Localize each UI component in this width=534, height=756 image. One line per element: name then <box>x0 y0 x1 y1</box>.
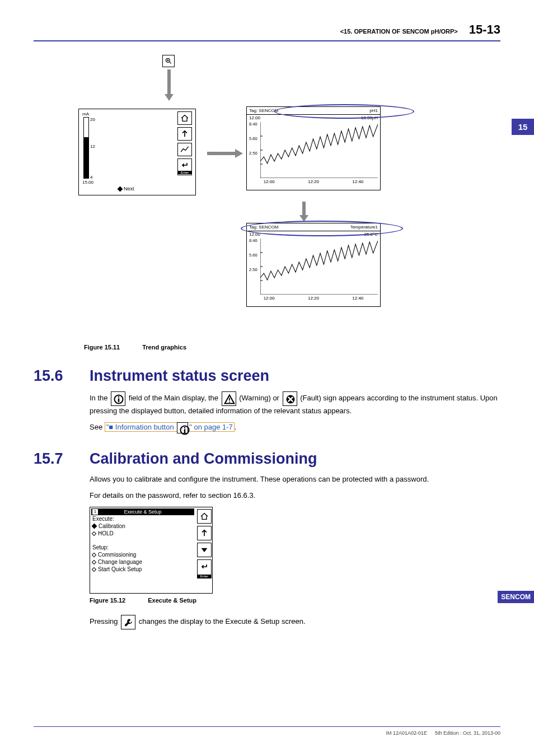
enter-label: Enter <box>198 575 211 578</box>
trend-button[interactable] <box>177 143 192 156</box>
exec-quick-setup[interactable]: Start Quick Setup <box>91 566 194 573</box>
up-button[interactable] <box>197 526 212 540</box>
home-button[interactable] <box>197 509 212 524</box>
exec-header: 1Execute & Setup <box>91 508 194 515</box>
gauge-screen: mA 20 12 4 15.00 Next Enter <box>78 109 196 195</box>
figure-15-11: mA 20 12 4 15.00 Next Enter <box>34 50 500 336</box>
enter-button[interactable]: Enter <box>197 559 212 578</box>
up-button[interactable] <box>177 127 192 141</box>
section-heading-15-6: 15.6Instrument status screen <box>34 367 500 385</box>
svg-marker-5 <box>165 94 174 101</box>
page-number: 15-13 <box>469 22 500 37</box>
exec-change-language[interactable]: Change language <box>91 558 194 566</box>
footer-edition: 5th Edition : Oct. 31, 2013-00 <box>435 730 500 736</box>
side-tab-chapter: 15 <box>512 119 534 135</box>
page-header: <15. OPERATION OF SENCOM pH/ORP> 15-13 <box>34 22 500 41</box>
gauge-next[interactable]: Next <box>118 186 134 192</box>
wrench-icon <box>121 615 135 629</box>
svg-line-1 <box>169 62 171 64</box>
svg-point-21 <box>118 396 120 398</box>
figure-caption-15-11: Figure 15.11Trend graphics <box>84 344 500 351</box>
svg-rect-23 <box>229 398 230 401</box>
gauge-tick-20: 20 <box>90 117 95 122</box>
exec-hold[interactable]: HOLD <box>91 530 194 537</box>
section-15-6-para2: See "■ Information button " on page 1-7. <box>90 422 500 433</box>
page-footer: IM 12A01A02-01E 5th Edition : Oct. 31, 2… <box>34 726 500 736</box>
svg-marker-7 <box>235 149 243 158</box>
trend-ylabels: 8.40 5.60 2.50 <box>249 117 257 161</box>
trend-type: Temperature1 <box>350 225 378 230</box>
side-tab-sencom: SENCOM <box>498 591 534 603</box>
svg-point-29 <box>184 427 186 428</box>
svg-rect-24 <box>229 402 230 403</box>
chapter-title: <15. OPERATION OF SENCOM pH/ORP> <box>340 28 458 35</box>
trend-type: pH1 <box>369 108 378 113</box>
section-15-6-para1: In the field of the Main display, the (W… <box>90 391 500 417</box>
execute-setup-screen: 1Execute & Setup Execute: Calibration HO… <box>90 507 213 594</box>
section-15-7-para3: Pressing changes the display to the Exec… <box>90 615 500 629</box>
enter-label: Enter <box>178 171 191 174</box>
svg-rect-30 <box>184 429 186 433</box>
trend-wave-icon <box>260 239 378 295</box>
gauge-value: 15.00 <box>82 180 93 185</box>
figure-caption-15-12: Figure 15.12Execute & Setup <box>90 597 500 604</box>
trend-val-right: 10.38pH <box>361 115 378 120</box>
trend-xlabels: 12:00 12:20 12:40 <box>247 178 380 184</box>
gauge-tick-12: 12 <box>90 144 95 149</box>
gauge-bar <box>83 117 89 179</box>
trend-val-right: 25.0°C <box>364 232 378 237</box>
svg-marker-14 <box>299 215 308 222</box>
info-icon <box>177 422 188 433</box>
exec-setup-label: Setup: <box>91 544 194 551</box>
tag-label: Tag: <box>249 225 257 230</box>
tag-value: SENCOM <box>259 108 278 113</box>
trend-screen-temperature: Tag: SENCOM Temperature1 12.00 25.0°C 8.… <box>246 223 381 307</box>
info-icon <box>111 391 125 406</box>
home-button[interactable] <box>177 111 192 125</box>
svg-marker-31 <box>202 548 208 552</box>
exec-calibration[interactable]: Calibration <box>91 522 194 530</box>
exec-execute-label: Execute: <box>91 515 194 522</box>
fault-icon <box>283 391 297 406</box>
zoom-icon <box>162 55 175 67</box>
exec-commissioning[interactable]: Commissioning <box>91 551 194 558</box>
tag-value: SENCOM <box>259 225 278 230</box>
gauge-unit: mA <box>82 111 89 116</box>
section-heading-15-7: 15.7Calibration and Commissioning <box>34 450 500 468</box>
svg-rect-22 <box>118 398 120 402</box>
gauge-tick-4: 4 <box>90 175 92 180</box>
trend-ylabels: 8.40 5.60 2.50 <box>249 234 257 277</box>
section-15-7-para1: Allows you to calibrate and configure th… <box>90 474 500 485</box>
section-15-7-para2: For details on the password, refer to se… <box>90 491 500 501</box>
enter-button[interactable]: Enter <box>177 158 192 175</box>
trend-screen-ph: Tag: SENCOM pH1 12.00 10.38pH 8.40 5.60 … <box>246 106 381 190</box>
trend-xlabels: 12:00 12:20 12:40 <box>247 295 380 301</box>
tag-label: Tag: <box>249 108 257 113</box>
arrow-right-icon <box>207 149 243 158</box>
warning-icon <box>222 391 236 406</box>
footer-docid: IM 12A01A02-01E <box>386 730 427 736</box>
xref-info-button[interactable]: "■ Information button " on page 1-7 <box>105 422 235 432</box>
down-button[interactable] <box>197 543 212 557</box>
trend-wave-icon <box>260 122 378 178</box>
arrow-down-icon <box>299 202 308 222</box>
arrow-down-icon <box>165 69 174 101</box>
